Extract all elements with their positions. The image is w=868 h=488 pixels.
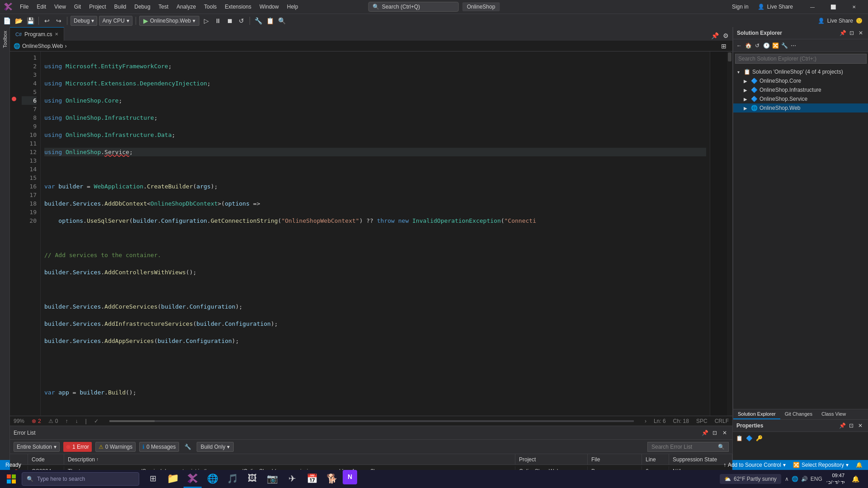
maximize-button[interactable]: ⬜ [823,0,844,14]
pause-btn[interactable]: ⏸ [213,16,223,26]
se-clock-btn[interactable]: 🕐 [762,42,770,50]
toolbar-undo-btn[interactable]: ↩ [42,16,52,26]
taskbar-purple[interactable]: N [343,470,357,484]
taskbar-search-box[interactable]: 🔍 Type here to search [22,472,139,486]
taskbar-task-view[interactable]: ⊞ [144,470,162,488]
code-content[interactable]: using Microsoft.EntityFrameworkCore; usi… [41,52,710,416]
filter-dropdown[interactable]: Entire Solution ▾ [14,442,60,452]
scroll-h-thumb[interactable] [109,420,155,422]
toolbar-open-btn[interactable]: 📂 [14,16,24,26]
pin-editor-btn[interactable]: 📌 [710,31,720,41]
prop-btn-1[interactable]: 📋 [735,434,744,443]
col-header-file[interactable]: File [588,454,642,465]
menu-window[interactable]: Window [256,2,283,12]
network-icon[interactable]: 🌐 [792,476,798,482]
volume-icon[interactable]: 🔊 [801,476,808,482]
search-error-list[interactable]: Search Error List 🔍 [647,442,729,452]
col-header-code[interactable]: Code [28,454,64,465]
live-share-toolbar-button[interactable]: 👤 Live Share 🙂 [814,17,866,25]
notifications-icon-status[interactable]: 🔔 [854,462,864,468]
messages-badge[interactable]: ℹ 0 Messages [139,442,179,452]
sign-in-button[interactable]: Sign in [732,4,749,10]
close-button[interactable]: ✕ [844,0,864,14]
se-nav-back-btn[interactable]: ← [735,42,743,50]
start-without-debug-btn[interactable]: ▷ [201,16,211,26]
menu-help[interactable]: Help [283,2,302,12]
menu-project[interactable]: Project [85,2,109,12]
taskbar-camera[interactable]: 📷 [263,470,281,488]
restart-btn[interactable]: ↺ [236,16,246,26]
menu-edit[interactable]: Edit [33,2,50,12]
warning-status[interactable]: ⚠ 0 [48,418,58,424]
prop-pin-btn[interactable]: 📌 [838,422,846,430]
se-search-input[interactable] [735,54,867,64]
taskbar-music[interactable]: 🎵 [223,470,241,488]
run-button[interactable]: ▶ OnlineShop.Web ▾ [139,16,200,26]
minimize-button[interactable]: — [802,0,823,14]
panel-close-btn[interactable]: ✕ [721,429,729,437]
toolbar-save-all-btn[interactable]: 💾 [25,16,35,26]
platform-dropdown[interactable]: Any CPU ▾ [99,16,132,26]
nav-up-btn[interactable]: ↑ [65,418,68,424]
tab-close-button[interactable]: ✕ [55,32,58,37]
se-tab-solution[interactable]: Solution Explorer [733,409,780,419]
taskbar-calendar[interactable]: 📅 [303,470,321,488]
notification-center-btn[interactable]: 🔔 [848,470,863,488]
minimap[interactable] [710,52,732,416]
taskbar-vs[interactable] [184,470,202,488]
taskbar-explorer[interactable]: 📁 [164,470,182,488]
settings-editor-btn[interactable]: ⚙ [721,31,731,41]
chevron-up-icon[interactable]: ∧ [785,476,789,482]
se-item-infrastructure[interactable]: ▶ 🔷 OnlineShop.Infrastructure [733,85,868,94]
taskbar-dog[interactable]: 🐕 [323,470,341,488]
menu-tools[interactable]: Tools [200,2,220,12]
scroll-right-btn[interactable]: › [645,418,646,424]
col-header-description[interactable]: Description ↑ [64,454,515,465]
se-sync-btn[interactable]: ↺ [753,42,761,50]
start-button[interactable] [2,470,21,488]
menu-debug[interactable]: Debug [131,2,154,12]
add-to-source-control[interactable]: ↑ Add to Source Control ▾ [722,462,788,468]
online-shop-badge[interactable]: OnlineShop [462,2,500,11]
prop-float-btn[interactable]: ⊡ [847,422,855,430]
panel-pin-btn[interactable]: 📌 [701,429,709,437]
toolbar-redo-btn[interactable]: ↪ [54,16,64,26]
se-item-web[interactable]: ▶ 🌐 OnlineShop.Web [733,103,868,113]
menu-view[interactable]: View [51,2,70,12]
se-item-service[interactable]: ▶ 🔷 OnlineShop.Service [733,94,868,103]
taskbar-telegram[interactable]: ✈ [283,470,301,488]
se-item-core[interactable]: ▶ 🔷 OnlineShop.Core [733,76,868,85]
vertical-scrollbar[interactable] [727,52,732,416]
menu-build[interactable]: Build [111,2,130,12]
program-cs-tab[interactable]: C# Program.cs ✕ [10,27,64,41]
toolbar-misc-3[interactable]: 🔍 [277,16,287,26]
warnings-badge[interactable]: ⚠ 0 Warnings [95,442,136,452]
se-item-solution[interactable]: ▾ 📋 Solution 'OnlineShop' (4 of 4 projec… [733,67,868,76]
se-close-btn[interactable]: ✕ [857,29,865,37]
toolbar-misc-1[interactable]: 🔧 [253,16,263,26]
search-box[interactable]: 🔍 Search (Ctrl+Q) [368,2,459,12]
menu-git[interactable]: Git [71,2,85,12]
scrollbar-horizontal[interactable] [109,420,634,422]
live-share-titlebar-button[interactable]: 👤 Live Share [754,3,797,11]
nav-down-btn[interactable]: ↓ [75,418,78,424]
toolbar-misc-2[interactable]: 📋 [265,16,275,26]
expand-editor-btn[interactable]: ⊞ [719,41,729,51]
taskbar-photos[interactable]: 🖼 [243,470,261,488]
menu-file[interactable]: File [16,2,32,12]
prop-close-btn[interactable]: ✕ [856,422,864,430]
scroll-thumb[interactable] [728,52,731,61]
filter-icon-btn[interactable]: 🔧 [183,444,193,450]
select-repository[interactable]: 🔀 Select Repository ▾ [791,462,850,468]
weather-widget[interactable]: ⛅ 62°F Partly sunny [720,474,781,484]
error-status[interactable]: ⊗ 2 [32,418,41,424]
menu-test[interactable]: Test [155,2,172,12]
errors-badge[interactable]: ⊗ 1 Error [63,442,92,452]
prop-btn-2[interactable]: 🔷 [745,434,754,443]
se-git-btn[interactable]: 🔀 [771,42,779,50]
code-area[interactable]: 1 2 3 4 5 6 7 8 9 10 11 12 13 14 [10,52,732,416]
taskbar-edge[interactable]: 🌐 [203,470,222,488]
col-header-line[interactable]: Line [642,454,669,465]
se-pin-btn[interactable]: 📌 [839,29,847,37]
prop-btn-3[interactable]: 🔑 [755,434,764,443]
